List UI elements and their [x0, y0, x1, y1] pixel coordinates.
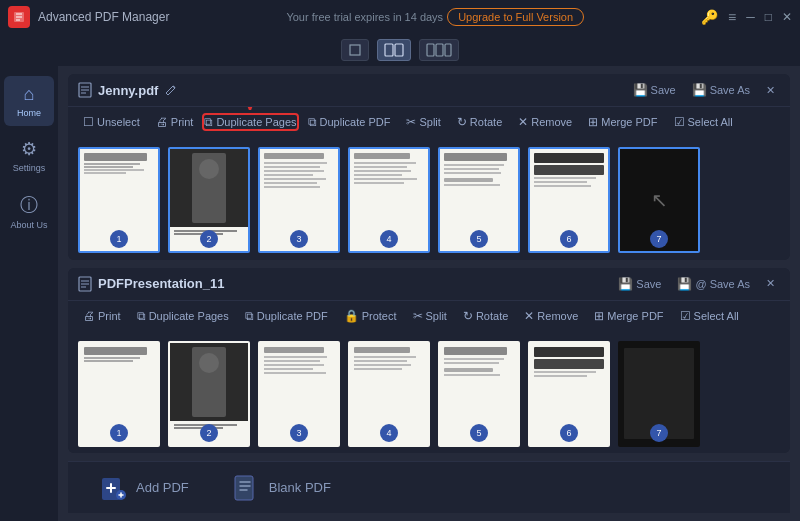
pdf2-duplicate-pdf-button[interactable]: ⧉ Duplicate PDF [238, 305, 335, 327]
page-thumb[interactable]: 4 [348, 341, 430, 447]
pdf2-remove-button[interactable]: ✕ Remove [517, 305, 585, 327]
minimize-button[interactable]: ─ [746, 10, 755, 24]
page-number: 2 [200, 424, 218, 442]
pdf2-split-button[interactable]: ✂ Split [406, 305, 454, 327]
page-number: 7 [650, 424, 668, 442]
svg-rect-5 [436, 44, 443, 56]
remove-button[interactable]: ✕ Remove [511, 111, 579, 133]
svg-rect-13 [235, 476, 253, 500]
about-icon: ⓘ [20, 193, 38, 217]
page-image[interactable]: ↖ 7 [618, 147, 700, 253]
page-number: 1 [110, 230, 128, 248]
sidebar-item-home[interactable]: ⌂ Home [4, 76, 54, 126]
pdf1-saveas-button[interactable]: 💾 Save As [687, 80, 755, 100]
select-all-button[interactable]: ☑ Select All [667, 111, 740, 133]
page-number: 6 [560, 230, 578, 248]
page-thumb[interactable]: 7 [618, 341, 700, 447]
split-button[interactable]: ✂ Split [399, 111, 447, 133]
pdf1-close-button[interactable]: ✕ [761, 81, 780, 100]
page-number: 6 [560, 424, 578, 442]
view-single[interactable] [341, 39, 369, 61]
page-thumb[interactable]: 6 [528, 341, 610, 447]
page-thumb[interactable]: 3 [258, 147, 340, 253]
page-image[interactable]: 6 [528, 341, 610, 447]
pdf2-close-button[interactable]: ✕ [761, 274, 780, 293]
pdf2-protect-button[interactable]: 🔒 Protect [337, 305, 404, 327]
view-grid[interactable] [377, 39, 411, 61]
page-thumb[interactable]: 5 [438, 341, 520, 447]
pdf2-pages-grid: 1 2 [68, 331, 790, 454]
close-button[interactable]: ✕ [782, 10, 792, 24]
rotate-button[interactable]: ↻ Rotate [450, 111, 509, 133]
page-image[interactable]: 3 [258, 341, 340, 447]
pdf2-select-all-button[interactable]: ☑ Select All [673, 305, 746, 327]
page-image[interactable]: 4 [348, 147, 430, 253]
blank-pdf-label: Blank PDF [269, 480, 331, 495]
sidebar-item-settings[interactable]: ⚙ Settings [4, 130, 54, 181]
menu-icon[interactable]: ≡ [728, 9, 736, 25]
page-thumb[interactable]: 6 [528, 147, 610, 253]
add-pdf-button[interactable]: Add PDF [84, 466, 205, 510]
red-arrow [235, 106, 265, 110]
page-image[interactable]: 1 [78, 147, 160, 253]
add-pdf-label: Add PDF [136, 480, 189, 495]
page-number: 5 [470, 230, 488, 248]
page-thumb[interactable]: 1 [78, 147, 160, 253]
trial-info: Your free trial expires in 14 days Upgra… [286, 8, 584, 26]
pdf1-actions: 💾 Save 💾 Save As ✕ [628, 80, 780, 100]
upgrade-button[interactable]: Upgrade to Full Version [447, 8, 584, 26]
page-thumb[interactable]: 2 [168, 147, 250, 253]
page-image[interactable]: 6 [528, 147, 610, 253]
duplicate-pdf-button[interactable]: ⧉ Duplicate PDF [301, 111, 398, 133]
page-thumb[interactable]: 3 [258, 341, 340, 447]
pdf2-file-icon [78, 276, 92, 292]
page-number: 3 [290, 230, 308, 248]
page-number: 5 [470, 424, 488, 442]
page-image[interactable]: 5 [438, 147, 520, 253]
pdf1-edit-icon[interactable] [164, 83, 178, 97]
saveas-icon: 💾 [692, 83, 707, 97]
title-bar: Advanced PDF Manager Your free trial exp… [0, 0, 800, 34]
page-number: 7 [650, 230, 668, 248]
page-thumb[interactable]: 4 [348, 147, 430, 253]
pdf1-section: Jenny.pdf 💾 Save 💾 Save As ✕ [68, 74, 790, 260]
pdf2-saveas-button[interactable]: 💾 @ Save As [672, 274, 755, 294]
pdf1-toolbar: ☐ Unselect 🖨 Print [68, 106, 790, 137]
page-thumb[interactable]: ↖ 7 [618, 147, 700, 253]
print-button[interactable]: 🖨 Print [149, 111, 201, 133]
pdf-file-icon [78, 82, 92, 98]
app-title: Advanced PDF Manager [38, 10, 169, 24]
window-controls: 🔑 ≡ ─ □ ✕ [701, 9, 792, 25]
page-image[interactable]: 2 [168, 341, 250, 447]
pdf2-print-button[interactable]: 🖨 Print [76, 305, 128, 327]
pdf2-save-button[interactable]: 💾 Save [613, 274, 666, 294]
svg-rect-2 [385, 44, 393, 56]
pdf2-toolbar: 🖨 Print ⧉ Duplicate Pages ⧉ Duplicate PD… [68, 300, 790, 331]
key-icon[interactable]: 🔑 [701, 9, 718, 25]
duplicate-pages-button[interactable]: ⧉ Duplicate Pages [202, 113, 298, 131]
blank-pdf-button[interactable]: Blank PDF [217, 466, 347, 510]
merge-pdf-button[interactable]: ⊞ Merge PDF [581, 111, 664, 133]
home-icon: ⌂ [24, 84, 35, 105]
maximize-button[interactable]: □ [765, 10, 772, 24]
page-thumb[interactable]: 1 [78, 341, 160, 447]
pdf1-save-button[interactable]: 💾 Save [628, 80, 681, 100]
sidebar-item-about[interactable]: ⓘ About Us [4, 185, 54, 238]
page-thumb[interactable]: 2 [168, 341, 250, 447]
page-image[interactable]: 7 [618, 341, 700, 447]
page-image[interactable]: 4 [348, 341, 430, 447]
pdf2-merge-pdf-button[interactable]: ⊞ Merge PDF [587, 305, 670, 327]
pdf2-rotate-button[interactable]: ↻ Rotate [456, 305, 515, 327]
save2-icon: 💾 [618, 277, 633, 291]
page-number: 3 [290, 424, 308, 442]
page-image[interactable]: 2 [168, 147, 250, 253]
page-image[interactable]: 3 [258, 147, 340, 253]
bottom-bar: Add PDF Blank PDF [68, 461, 790, 513]
page-thumb[interactable]: 5 [438, 147, 520, 253]
svg-rect-6 [445, 44, 451, 56]
page-image[interactable]: 5 [438, 341, 520, 447]
page-image[interactable]: 1 [78, 341, 160, 447]
pdf2-duplicate-pages-button[interactable]: ⧉ Duplicate Pages [130, 305, 236, 327]
unselect-button[interactable]: ☐ Unselect [76, 111, 147, 133]
view-list[interactable] [419, 39, 459, 61]
